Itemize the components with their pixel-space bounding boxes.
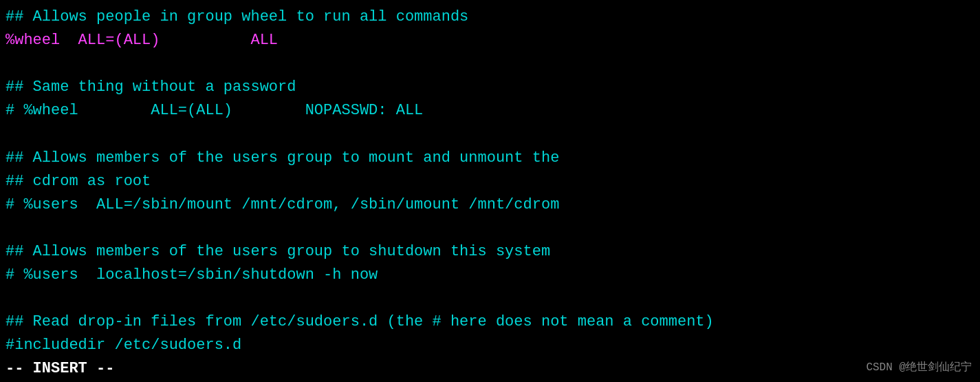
line: #includedir /etc/sudoers.d <box>6 334 972 357</box>
line: # %users ALL=/sbin/mount /mnt/cdrom, /sb… <box>6 193 972 217</box>
code-editor[interactable]: ## Allows people in group wheel to run a… <box>6 6 972 350</box>
line: %wheel ALL=(ALL) ALL <box>6 29 972 52</box>
status-bar: -- INSERT -- <box>0 356 980 382</box>
line <box>6 287 972 310</box>
line <box>6 123 972 146</box>
code-token: ## Read drop-in files from /etc/sudoers.… <box>6 313 714 330</box>
code-token: #includedir /etc/sudoers.d <box>6 337 241 354</box>
watermark: CSDN @绝世剑仙纪宁 <box>866 359 972 376</box>
code-token: # %users localhost=/sbin/shutdown -h now <box>6 266 378 284</box>
code-token: ALL=(ALL) ALL <box>60 32 278 49</box>
code-token: ## Allows members of the users group to … <box>6 243 550 260</box>
line <box>6 52 972 76</box>
line: ## Same thing without a password <box>6 76 972 99</box>
code-token: ## Same thing without a password <box>6 78 296 96</box>
line <box>6 217 972 240</box>
line: # %wheel ALL=(ALL) NOPASSWD: ALL <box>6 99 972 123</box>
code-token: ## Allows people in group wheel to run a… <box>6 8 396 25</box>
line: ## Read drop-in files from /etc/sudoers.… <box>6 310 972 334</box>
code-token: # %wheel ALL=(ALL) NOPASSWD: ALL <box>6 102 423 119</box>
terminal-window: ## Allows people in group wheel to run a… <box>0 0 980 382</box>
code-token: # %users ALL=/sbin/mount /mnt/cdrom, /sb… <box>6 196 559 213</box>
code-token: %wheel <box>6 32 60 49</box>
line: ## Allows members of the users group to … <box>6 240 972 264</box>
line: ## cdrom as root <box>6 170 972 193</box>
line: ## Allows people in group wheel to run a… <box>6 6 972 29</box>
line: ## Allows members of the users group to … <box>6 147 972 170</box>
insert-mode-label: -- INSERT -- <box>6 357 114 381</box>
line: # %users localhost=/sbin/shutdown -h now <box>6 264 972 287</box>
code-token: ## cdrom as root <box>6 173 151 190</box>
code-token: ## Allows members of the users group to … <box>6 149 559 167</box>
code-token: commands <box>396 8 469 25</box>
